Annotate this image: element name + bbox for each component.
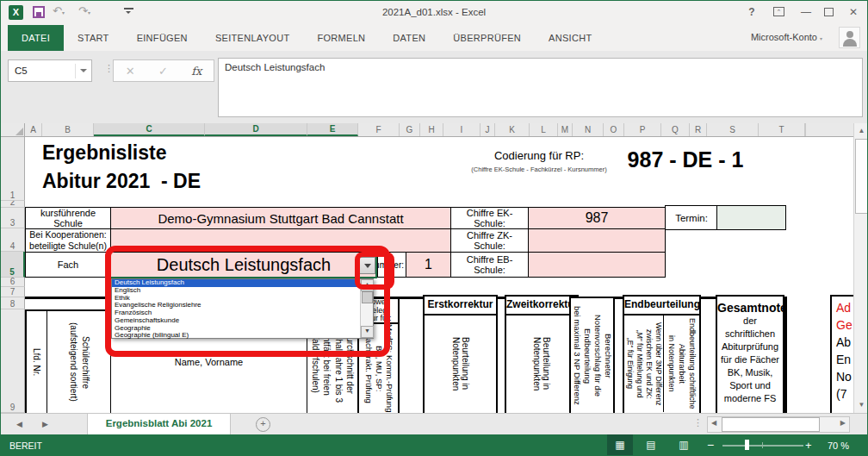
- view-page-layout-button[interactable]: ▤: [638, 434, 664, 456]
- cell-chiffre-eb-value[interactable]: [528, 252, 666, 278]
- status-ready: BEREIT: [9, 440, 42, 451]
- column-header-p[interactable]: P: [624, 123, 661, 136]
- zoom-level-label[interactable]: 70 %: [828, 440, 849, 451]
- vscroll-thumb[interactable]: [855, 139, 868, 214]
- column-header-q[interactable]: Q: [661, 123, 690, 136]
- column-header-o[interactable]: O: [604, 123, 624, 136]
- account-avatar[interactable]: [839, 27, 860, 48]
- box-endbeurteilung: Endbeurteilung Wenn über 3NP Differenzzw…: [623, 295, 701, 413]
- column-header-i[interactable]: I: [443, 123, 480, 136]
- ribbon-display-options-button[interactable]: ⌃: [773, 7, 784, 16]
- column-header-n[interactable]: N: [573, 123, 604, 136]
- label-fach: Fach: [25, 252, 111, 278]
- codierung-value: 987 - DE - 1: [608, 147, 763, 172]
- help-button[interactable]: ?: [743, 6, 760, 18]
- ribbon-tab-überprüfen[interactable]: ÜBERPRÜFEN: [439, 25, 535, 51]
- cancel-entry-icon[interactable]: ✕: [126, 65, 135, 78]
- cell-chiffre-zk-value[interactable]: [528, 228, 666, 253]
- column-header-h[interactable]: H: [420, 123, 443, 136]
- row-header-6[interactable]: 6: [1, 278, 25, 287]
- formula-buttons: ✕ ✓ fx: [113, 59, 214, 82]
- row-header-7[interactable]: 7: [1, 287, 25, 297]
- header-line: Abiturarbeit: [677, 315, 687, 412]
- zoom-in-button[interactable]: +: [805, 439, 812, 452]
- ribbon-tab-datei[interactable]: DATEI: [8, 25, 64, 51]
- row-header-9[interactable]: 9: [1, 309, 25, 413]
- cell-schule-value[interactable]: Demo-Gymnasium Stuttgart Bad Cannstatt: [110, 207, 451, 229]
- ribbon-tab-einfügen[interactable]: EINFÜGEN: [123, 25, 202, 51]
- cell-kursnummer-value[interactable]: 1: [406, 252, 451, 278]
- sheet-tab-active[interactable]: Ergebnisblatt Abi 2021: [87, 414, 231, 436]
- sheet-nav-left-icon[interactable]: ◀: [16, 420, 22, 428]
- tabbar-resize-handle[interactable]: ⋮: [693, 417, 703, 428]
- row-header-3[interactable]: 3: [1, 208, 25, 228]
- label-termin: Termin:: [665, 205, 718, 230]
- restore-button[interactable]: [824, 8, 834, 16]
- minimize-button[interactable]: —: [797, 6, 815, 18]
- title-bar: X ↶▾ ↷▾ 2021A_d01.xlsx - Excel ? ⌃ — ✕: [1, 1, 867, 25]
- cell-chiffre-ek-value[interactable]: 987: [528, 207, 666, 229]
- label-kooperationen: Bei Kooperationen:beteiligte Schule(n): [25, 228, 111, 253]
- horizontal-scrollbar[interactable]: ◀ ▶: [707, 416, 850, 433]
- row-header-5[interactable]: 5: [1, 252, 25, 278]
- zoom-slider-track[interactable]: [722, 445, 803, 447]
- column-header-l[interactable]: L: [530, 123, 558, 136]
- header-schuelerchiffre: Schülerchiffre(aufsteigend sortiert): [46, 309, 111, 413]
- row-header-4[interactable]: 4: [1, 228, 25, 252]
- row-headers: 123456789: [1, 137, 25, 413]
- vscroll-up-icon[interactable]: ▲: [855, 124, 868, 138]
- cell-termin-value[interactable]: [716, 205, 786, 230]
- insert-function-icon[interactable]: fx: [191, 65, 202, 78]
- column-header-k[interactable]: K: [495, 123, 530, 136]
- column-header-b[interactable]: B: [42, 123, 94, 136]
- vscroll-down-icon[interactable]: ▼: [855, 398, 868, 412]
- column-header-a[interactable]: A: [25, 123, 42, 136]
- column-header-d[interactable]: D: [205, 123, 307, 136]
- ribbon-tab-row: DATEISTARTEINFÜGENSEITENLAYOUTFORMELNDAT…: [1, 25, 867, 51]
- column-header-g[interactable]: G: [400, 123, 420, 136]
- hscroll-thumb[interactable]: [722, 417, 820, 432]
- vertical-scrollbar[interactable]: ▲ ▼: [853, 123, 868, 413]
- sheet-title-line2: Abitur 2021 - DE: [42, 170, 201, 193]
- ribbon-tab-seitenlayout[interactable]: SEITENLAYOUT: [202, 25, 304, 51]
- view-page-break-button[interactable]: ▥: [671, 434, 697, 456]
- account-label[interactable]: Microsoft-Konto ▾: [751, 32, 822, 42]
- select-all-corner[interactable]: [1, 123, 25, 137]
- row-header-1[interactable]: 1: [1, 137, 25, 201]
- column-header-c[interactable]: C: [94, 123, 205, 136]
- column-header-t[interactable]: T: [759, 123, 805, 136]
- zoom-out-button[interactable]: −: [707, 438, 714, 452]
- column-header-s[interactable]: S: [707, 123, 759, 136]
- column-header-r[interactable]: R: [690, 123, 707, 136]
- account-arrow-icon: ▾: [820, 36, 822, 41]
- label-kursfuehrende-schule: kursführende Schule: [25, 207, 111, 229]
- column-header-e[interactable]: E: [307, 123, 358, 136]
- formula-bar-input[interactable]: Deutsch Leistungsfach: [218, 58, 863, 117]
- column-header-f[interactable]: F: [358, 123, 400, 136]
- note-fragment: (7: [832, 385, 853, 403]
- hscroll-left-icon[interactable]: ◀: [711, 419, 716, 427]
- note-column: AdGeAbEnNo(7: [830, 295, 853, 413]
- ribbon-tab-start[interactable]: START: [64, 25, 123, 51]
- column-header-j[interactable]: J: [480, 123, 495, 136]
- ribbon-tab-formeln[interactable]: FORMELN: [303, 25, 379, 51]
- close-button[interactable]: ✕: [845, 6, 862, 18]
- excel-window: X ↶▾ ↷▾ 2021A_d01.xlsx - Excel ? ⌃ — ✕ D…: [0, 0, 868, 456]
- ribbon-tab-daten[interactable]: DATEN: [379, 25, 439, 51]
- ribbon-tab-ansicht[interactable]: ANSICHT: [535, 25, 605, 51]
- codierung-label: Codierung für RP:: [457, 149, 621, 162]
- zoom-slider-thumb[interactable]: [745, 440, 749, 450]
- header-line: Notenvorschlag für die: [592, 298, 603, 413]
- column-header-m[interactable]: M: [558, 123, 573, 136]
- row-header-8[interactable]: 8: [1, 297, 25, 309]
- confirm-entry-icon[interactable]: ✓: [158, 65, 168, 78]
- name-box[interactable]: C5: [8, 59, 92, 82]
- header-line: der: [717, 315, 783, 328]
- add-sheet-button[interactable]: +: [256, 417, 270, 432]
- header-line: Beurteilung in Notenpunkten: [532, 315, 551, 412]
- sheet-nav-right-icon[interactable]: ▶: [42, 420, 48, 428]
- view-normal-button[interactable]: ▦: [607, 434, 633, 456]
- row-header-2[interactable]: 2: [1, 201, 25, 208]
- hscroll-right-icon[interactable]: ▶: [840, 419, 846, 427]
- label-chiffre-eb-schule: Chiffre EB-Schule:: [450, 252, 529, 278]
